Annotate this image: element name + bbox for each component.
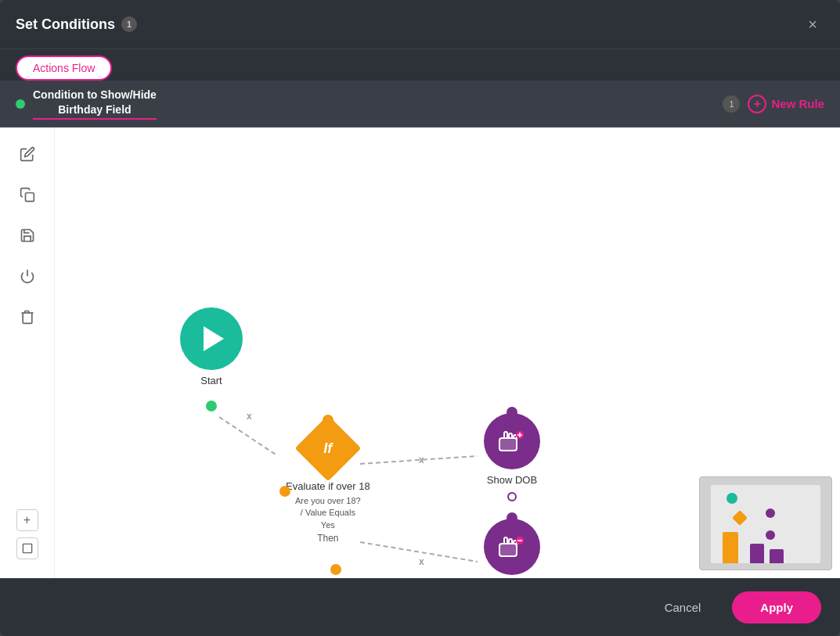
show-dob-node[interactable]: Show DOB [484,413,540,486]
trash-icon[interactable] [13,303,41,331]
left-toolbar: + [0,128,55,578]
new-rule-button[interactable]: + New Rule [748,95,824,113]
rule-badge: 1 [723,95,740,113]
rule-status-dot [16,99,25,109]
rule-info: Condition to Show/Hide Birthday Field [16,88,157,119]
close-button[interactable]: × [801,13,824,36]
rule-actions: 1 + New Rule [723,95,824,113]
then-output-dot[interactable] [279,486,290,497]
hide-dob-node[interactable]: Hide DOB [484,519,540,578]
plus-circle-icon: + [748,95,766,113]
tabs-area: Actions Flow [0,49,840,81]
start-label: Start [200,375,222,386]
play-icon [204,326,224,351]
cancel-button[interactable]: Cancel [643,591,723,623]
power-icon[interactable] [13,262,41,290]
actions-flow-tab[interactable]: Actions Flow [16,56,112,81]
minimap [699,476,832,570]
minimap-inner [711,485,820,563]
svg-rect-10 [499,544,517,556]
zoom-fit-button[interactable] [16,537,38,559]
svg-rect-0 [25,193,34,202]
x-marker-1[interactable]: x [247,411,252,422]
show-dob-input-dot[interactable] [507,407,517,418]
zoom-controls: + [16,509,38,559]
flow-canvas[interactable]: x x x Start If Ev [55,128,840,578]
pencil-icon[interactable] [13,140,41,168]
condition-label: Evaluate if over 18 [286,480,370,492]
x-marker-3[interactable]: x [419,556,424,567]
start-output-dot[interactable] [206,401,217,411]
start-node[interactable]: Start [180,307,243,386]
modal-header: Set Conditions 1 × [0,0,840,49]
save-icon[interactable] [13,221,41,250]
svg-rect-6 [499,438,517,451]
condition-info: Are you over 18? / Value Equals Yes [295,495,361,531]
show-dob-circle[interactable] [484,413,540,469]
modal-title: Set Conditions 1 [16,16,137,33]
copy-icon[interactable] [13,181,41,209]
condition-node[interactable]: If Evaluate if over 18 Are you over 18? … [286,421,370,544]
diamond-wrapper: If [301,421,355,476]
svg-rect-2 [23,544,31,552]
apply-button[interactable]: Apply [732,591,821,623]
svg-line-3 [219,417,278,456]
start-circle[interactable] [180,307,243,370]
show-dob-icon [498,427,526,455]
modal-footer: Cancel Apply [0,578,840,636]
modal-title-badge: 1 [121,16,137,32]
x-marker-2[interactable]: x [419,455,424,465]
rule-bar: Condition to Show/Hide Birthday Field 1 … [0,81,840,128]
condition-if-text: If [323,440,332,457]
hide-dob-circle[interactable] [484,519,540,575]
then-label: Then [317,533,338,544]
modal-title-text: Set Conditions [16,16,115,33]
rule-name: Condition to Show/Hide Birthday Field [33,88,157,119]
modal-container: Set Conditions 1 × Actions Flow Conditio… [0,0,840,636]
hide-dob-input-dot[interactable] [507,512,517,523]
hide-dob-icon [498,533,526,561]
zoom-in-button[interactable]: + [16,509,38,531]
else-output-dot[interactable] [330,564,341,575]
show-dob-output-dot[interactable] [507,492,517,501]
else-label: Else [325,577,343,578]
canvas-container: + x x [0,128,840,578]
show-dob-label: Show DOB [487,474,537,486]
